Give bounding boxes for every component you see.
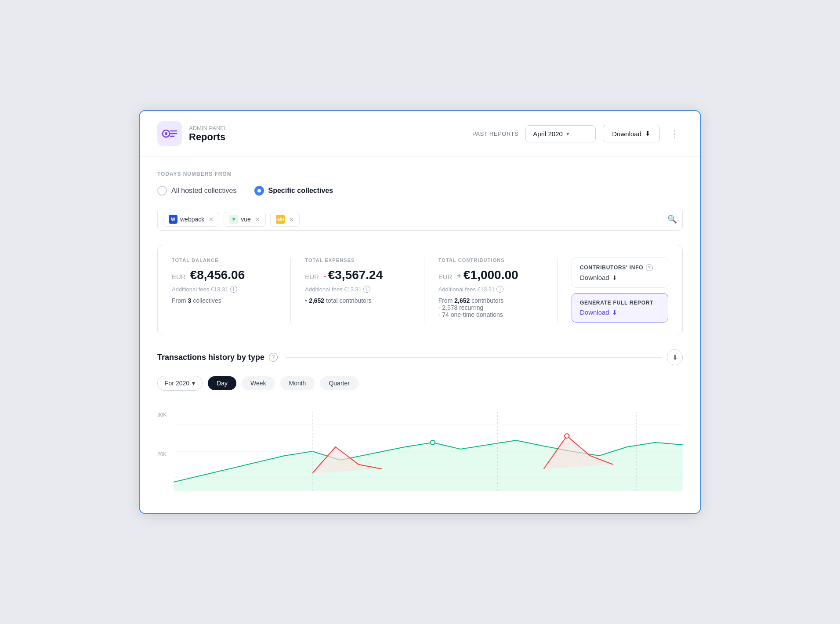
contributors-info-title: CONTRIBUTORS' INFO ?	[580, 264, 660, 271]
recurring-label: 2,578 recurring	[442, 304, 483, 311]
remove-vue-button[interactable]: ✕	[255, 216, 260, 223]
remove-babel-button[interactable]: ✕	[289, 216, 294, 223]
full-report-download-btn[interactable]: Download ⬇	[580, 308, 660, 316]
admin-panel-label: ADMIN PANEL	[189, 125, 227, 131]
chart-contributions-area	[174, 440, 683, 491]
transactions-header: Transactions history by type ? ⬇	[157, 349, 683, 365]
right-actions: CONTRIBUTORS' INFO ? Download ⬇ GENERATE…	[572, 258, 668, 323]
contributions-sub: From 2,652 contributors - 2,578 recurrin…	[438, 297, 543, 318]
expenses-value: €3,567.24	[328, 268, 383, 282]
expenses-fees-info-icon[interactable]: i	[363, 286, 370, 293]
chevron-down-icon: ▾	[566, 131, 569, 137]
chart-point-contributions	[431, 440, 435, 445]
remove-webpack-button[interactable]: ✕	[209, 216, 214, 223]
today-label: TODAYS NUMBERS FROM	[157, 171, 683, 177]
tag-babel: Babel ✕	[270, 212, 300, 227]
logo-text: ADMIN PANEL Reports	[189, 125, 227, 143]
total-expenses-label: TOTAL EXPENSES	[305, 258, 409, 263]
stats-card: TOTAL BALANCE EUR €8,456.06 Additional f…	[157, 245, 683, 335]
total-expenses-block: TOTAL EXPENSES EUR - €3,567.24 Additiona…	[305, 258, 424, 323]
all-collectives-label: All hosted collectives	[171, 187, 237, 195]
year-dropdown[interactable]: For 2020 ▾	[157, 376, 203, 391]
expenses-contributors: 2,652	[309, 297, 324, 304]
logo-area: ADMIN PANEL Reports	[157, 121, 463, 146]
babel-icon: Babel	[276, 215, 285, 224]
transactions-title: Transactions history by type	[157, 353, 264, 362]
onetime-label: 74 one-time donations	[442, 311, 503, 318]
chart-svg	[174, 412, 683, 491]
tags-bar: W webpack ✕ ▼ vue ✕ Babel ✕ 🔍	[157, 208, 683, 231]
download-button[interactable]: Download ⬇	[603, 125, 660, 142]
y-label-20k: 20K	[157, 451, 167, 457]
app-logo	[157, 121, 182, 146]
total-balance-block: TOTAL BALANCE EUR €8,456.06 Additional f…	[172, 258, 291, 323]
total-balance-label: TOTAL BALANCE	[172, 258, 276, 263]
more-icon: ⋮	[670, 128, 680, 139]
transactions-divider	[286, 357, 663, 358]
period-month-button[interactable]: Month	[280, 376, 315, 390]
period-quarter-button[interactable]: Quarter	[320, 376, 358, 390]
contributors-download-icon: ⬇	[612, 274, 617, 281]
specific-collectives-label: Specific collectives	[268, 187, 333, 195]
balance-value: €8,456.06	[190, 268, 245, 282]
period-week-button[interactable]: Week	[242, 376, 275, 390]
contributions-fees-info-icon[interactable]: i	[496, 286, 503, 293]
contributions-sign: +	[456, 271, 462, 281]
contributions-fees: Additional fees €13.31 i	[438, 286, 543, 293]
webpack-icon: W	[169, 215, 177, 224]
full-report-card[interactable]: GENERATE FULL REPORT Download ⬇	[572, 293, 668, 323]
more-options-button[interactable]: ⋮	[667, 126, 683, 141]
page-title: Reports	[189, 131, 227, 143]
collective-filter: All hosted collectives Specific collecti…	[157, 186, 683, 196]
contributors-info-card[interactable]: CONTRIBUTORS' INFO ? Download ⬇	[572, 258, 668, 288]
contributors-download-btn[interactable]: Download ⬇	[580, 274, 660, 281]
contributions-value: €1,000.00	[463, 268, 518, 282]
year-chevron-icon: ▾	[192, 380, 195, 387]
expenses-sign: -	[323, 271, 326, 281]
chart-canvas	[174, 412, 683, 491]
balance-sub: From 3 collectives	[172, 297, 276, 304]
chart-point-expenses	[565, 434, 569, 438]
time-controls: For 2020 ▾ Day Week Month Quarter	[157, 376, 683, 391]
expenses-fees: Additional fees €13.31 i	[305, 286, 409, 293]
total-expenses-amount: EUR - €3,567.24	[305, 268, 409, 282]
selected-period: April 2020	[533, 130, 563, 138]
expenses-currency: EUR	[305, 273, 319, 280]
balance-currency: EUR	[172, 273, 186, 280]
header: ADMIN PANEL Reports PAST REPORTS April 2…	[140, 111, 700, 157]
header-right: PAST REPORTS April 2020 ▾ Download ⬇ ⋮	[472, 125, 683, 142]
specific-collectives-radio[interactable]	[254, 186, 264, 196]
period-dropdown[interactable]: April 2020 ▾	[525, 125, 596, 142]
specific-collectives-option[interactable]: Specific collectives	[254, 186, 333, 196]
period-day-button[interactable]: Day	[208, 376, 236, 390]
all-collectives-option[interactable]: All hosted collectives	[157, 186, 237, 196]
total-balance-amount: EUR €8,456.06	[172, 268, 276, 282]
tag-vue-label: vue	[241, 216, 251, 223]
all-collectives-radio[interactable]	[157, 186, 167, 196]
contributions-currency: EUR	[438, 273, 453, 280]
app-window: ADMIN PANEL Reports PAST REPORTS April 2…	[139, 110, 701, 514]
tag-vue: ▼ vue ✕	[224, 212, 266, 227]
y-label-30k: 30K	[157, 412, 167, 418]
search-button[interactable]: 🔍	[667, 214, 677, 224]
full-report-title: GENERATE FULL REPORT	[580, 300, 660, 306]
contributions-contributors: 2,652	[454, 297, 470, 304]
transactions-info-icon[interactable]: ?	[269, 353, 278, 362]
transactions-section: Transactions history by type ? ⬇ For 202…	[157, 349, 683, 491]
past-reports-label: PAST REPORTS	[472, 131, 518, 137]
transactions-download-button[interactable]: ⬇	[667, 349, 683, 365]
full-report-download-icon: ⬇	[612, 309, 617, 316]
total-contributions-label: TOTAL CONTRIBUTIONS	[438, 258, 543, 263]
svg-point-1	[165, 132, 167, 135]
expenses-sub: • 2,652 total contributors	[305, 297, 409, 304]
total-contributions-amount: EUR + €1,000.00	[438, 268, 543, 282]
main-content: TODAYS NUMBERS FROM All hosted collectiv…	[140, 157, 700, 505]
balance-fees-info-icon[interactable]: i	[230, 286, 237, 293]
tag-webpack: W webpack ✕	[163, 212, 219, 227]
tag-webpack-label: webpack	[180, 216, 204, 223]
download-icon: ⬇	[645, 130, 651, 138]
contributors-info-icon[interactable]: ?	[646, 264, 653, 271]
transactions-download-icon: ⬇	[672, 353, 678, 362]
vue-icon: ▼	[229, 215, 238, 224]
balance-collectives-count: 3	[188, 297, 192, 304]
